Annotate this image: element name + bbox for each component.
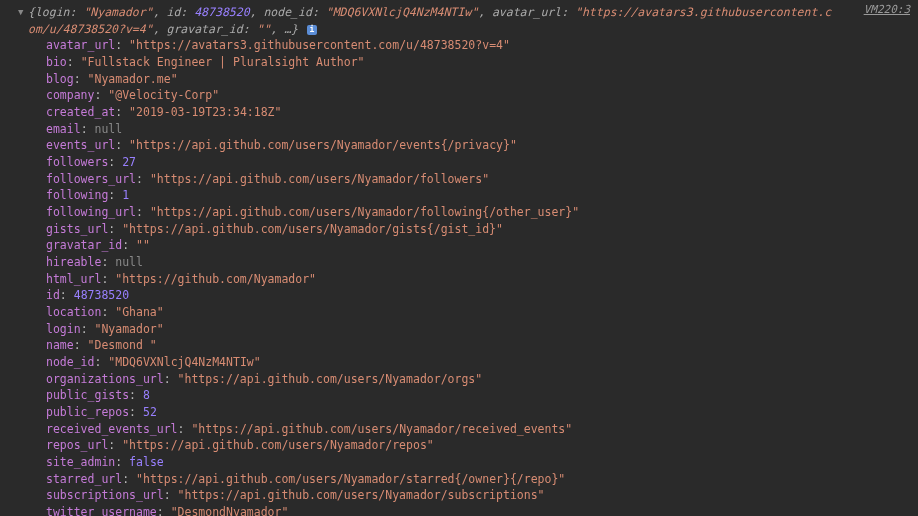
property-value: "https://api.github.com/users/Nyamador/s…	[136, 472, 565, 486]
property-value: 8	[143, 388, 150, 402]
property-key: login	[46, 322, 81, 336]
object-summary-row[interactable]: ▼ {login: "Nyamador", id: 48738520, node…	[0, 4, 918, 37]
property-row: email: null	[46, 121, 918, 138]
property-value: "https://avatars3.githubusercontent.com/…	[129, 38, 510, 52]
property-key: followers_url	[46, 172, 136, 186]
property-row: location: "Ghana"	[46, 304, 918, 321]
property-value: 1	[122, 188, 129, 202]
property-key: starred_url	[46, 472, 122, 486]
property-row: public_gists: 8	[46, 387, 918, 404]
source-link[interactable]: VM220:3	[864, 2, 910, 18]
property-key: organizations_url	[46, 372, 164, 386]
property-row: gravatar_id: ""	[46, 237, 918, 254]
property-row: login: "Nyamador"	[46, 321, 918, 338]
property-row: hireable: null	[46, 254, 918, 271]
expand-arrow-icon[interactable]: ▼	[18, 6, 28, 19]
property-key: repos_url	[46, 438, 108, 452]
property-row: received_events_url: "https://api.github…	[46, 421, 918, 438]
property-key: following	[46, 188, 108, 202]
property-value: "https://api.github.com/users/Nyamador/o…	[178, 372, 483, 386]
property-row: organizations_url: "https://api.github.c…	[46, 371, 918, 388]
property-key: events_url	[46, 138, 115, 152]
property-row: avatar_url: "https://avatars3.githubuser…	[46, 37, 918, 54]
property-value: "Nyamador"	[94, 322, 163, 336]
object-properties: avatar_url: "https://avatars3.githubuser…	[0, 37, 918, 516]
property-value: "https://api.github.com/users/Nyamador/f…	[150, 205, 579, 219]
property-key: created_at	[46, 105, 115, 119]
property-value: false	[129, 455, 164, 469]
property-row: created_at: "2019-03-19T23:34:18Z"	[46, 104, 918, 121]
property-row: events_url: "https://api.github.com/user…	[46, 137, 918, 154]
property-value: null	[115, 255, 143, 269]
property-value: 48738520	[74, 288, 129, 302]
property-row: public_repos: 52	[46, 404, 918, 421]
info-icon[interactable]: i	[307, 25, 317, 35]
property-value: "https://api.github.com/users/Nyamador/s…	[178, 488, 545, 502]
property-row: followers_url: "https://api.github.com/u…	[46, 171, 918, 188]
property-key: email	[46, 122, 81, 136]
property-value: null	[94, 122, 122, 136]
property-value: "Desmond "	[88, 338, 157, 352]
property-key: subscriptions_url	[46, 488, 164, 502]
property-row: html_url: "https://github.com/Nyamador"	[46, 271, 918, 288]
property-row: name: "Desmond "	[46, 337, 918, 354]
property-value: "MDQ6VXNlcjQ4NzM4NTIw"	[108, 355, 260, 369]
property-value: "2019-03-19T23:34:18Z"	[129, 105, 281, 119]
property-key: name	[46, 338, 74, 352]
property-key: gravatar_id	[46, 238, 122, 252]
property-key: received_events_url	[46, 422, 178, 436]
property-row: followers: 27	[46, 154, 918, 171]
property-key: id	[46, 288, 60, 302]
property-value: "https://api.github.com/users/Nyamador/r…	[191, 422, 572, 436]
property-key: location	[46, 305, 101, 319]
property-row: company: "@Velocity-Corp"	[46, 87, 918, 104]
property-value: "@Velocity-Corp"	[108, 88, 219, 102]
property-value: ""	[136, 238, 150, 252]
property-value: 27	[122, 155, 136, 169]
property-value: "Nyamador.me"	[88, 72, 178, 86]
property-row: repos_url: "https://api.github.com/users…	[46, 437, 918, 454]
property-key: twitter_username	[46, 505, 157, 516]
property-value: "https://api.github.com/users/Nyamador/g…	[122, 222, 503, 236]
property-row: following: 1	[46, 187, 918, 204]
property-value: "Fullstack Engineer | Pluralsight Author…	[81, 55, 365, 69]
property-row: id: 48738520	[46, 287, 918, 304]
property-row: subscriptions_url: "https://api.github.c…	[46, 487, 918, 504]
property-value: "https://api.github.com/users/Nyamador/f…	[150, 172, 489, 186]
property-key: public_gists	[46, 388, 129, 402]
property-key: blog	[46, 72, 74, 86]
property-value: "https://github.com/Nyamador"	[115, 272, 316, 286]
property-key: html_url	[46, 272, 101, 286]
property-key: company	[46, 88, 94, 102]
object-summary: {login: "Nyamador", id: 48738520, node_i…	[28, 4, 918, 37]
property-value: "https://api.github.com/users/Nyamador/r…	[122, 438, 434, 452]
property-row: following_url: "https://api.github.com/u…	[46, 204, 918, 221]
property-value: 52	[143, 405, 157, 419]
property-key: avatar_url	[46, 38, 115, 52]
property-row: twitter_username: "DesmondNyamador"	[46, 504, 918, 516]
property-key: gists_url	[46, 222, 108, 236]
property-row: gists_url: "https://api.github.com/users…	[46, 221, 918, 238]
property-key: site_admin	[46, 455, 115, 469]
property-key: bio	[46, 55, 67, 69]
property-row: starred_url: "https://api.github.com/use…	[46, 471, 918, 488]
property-row: node_id: "MDQ6VXNlcjQ4NzM4NTIw"	[46, 354, 918, 371]
property-value: "https://api.github.com/users/Nyamador/e…	[129, 138, 517, 152]
property-key: hireable	[46, 255, 101, 269]
property-key: node_id	[46, 355, 94, 369]
property-row: bio: "Fullstack Engineer | Pluralsight A…	[46, 54, 918, 71]
property-row: site_admin: false	[46, 454, 918, 471]
property-value: "DesmondNyamador"	[171, 505, 289, 516]
property-value: "Ghana"	[115, 305, 163, 319]
property-row: blog: "Nyamador.me"	[46, 71, 918, 88]
property-key: following_url	[46, 205, 136, 219]
property-key: public_repos	[46, 405, 129, 419]
property-key: followers	[46, 155, 108, 169]
